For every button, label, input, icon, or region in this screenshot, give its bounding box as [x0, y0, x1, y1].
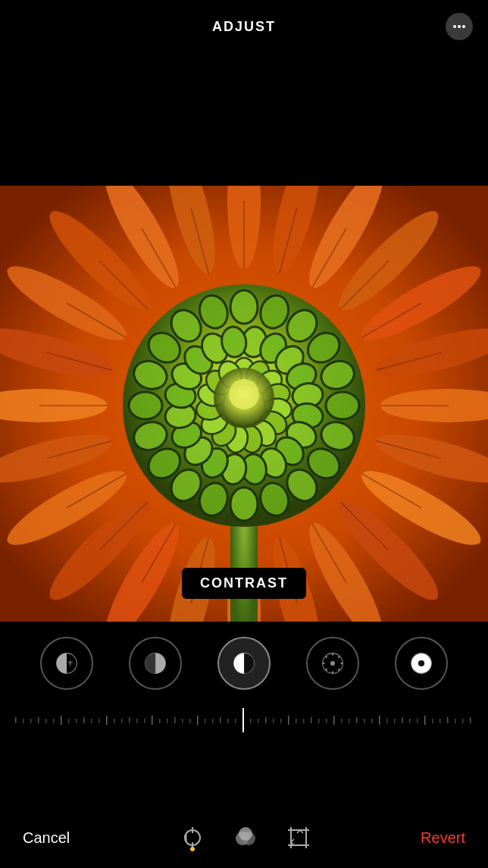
- color-icon-button[interactable]: [230, 823, 261, 853]
- svg-rect-133: [61, 716, 62, 725]
- svg-rect-157: [242, 708, 244, 732]
- svg-point-194: [239, 827, 252, 841]
- svg-rect-166: [311, 717, 312, 723]
- svg-rect-151: [197, 716, 199, 725]
- svg-point-115: [330, 661, 335, 666]
- svg-rect-137: [91, 719, 92, 723]
- svg-rect-140: [114, 719, 115, 723]
- svg-point-61: [230, 487, 258, 521]
- bottom-center-icons: [177, 823, 314, 853]
- svg-rect-134: [68, 719, 70, 723]
- color-icon: [232, 824, 259, 851]
- svg-point-66: [129, 392, 162, 419]
- flower-image: [0, 186, 488, 622]
- svg-point-118: [323, 663, 325, 665]
- svg-rect-182: [432, 719, 433, 723]
- svg-rect-139: [106, 716, 108, 725]
- svg-point-116: [331, 653, 333, 656]
- revert-button[interactable]: Revert: [421, 829, 465, 847]
- svg-rect-179: [409, 719, 411, 723]
- more-button[interactable]: [446, 13, 473, 40]
- contrast-label: CONTRAST: [182, 568, 306, 599]
- svg-rect-168: [326, 719, 327, 723]
- svg-rect-174: [371, 719, 373, 723]
- svg-rect-136: [83, 717, 85, 723]
- exposure-tool-button[interactable]: [40, 637, 93, 690]
- slider-track[interactable]: [15, 705, 473, 735]
- svg-rect-177: [394, 719, 396, 723]
- black-point-tool-button[interactable]: [395, 637, 448, 690]
- svg-rect-141: [121, 719, 123, 723]
- black-bar-top: [0, 53, 488, 186]
- svg-rect-144: [144, 719, 145, 723]
- svg-rect-128: [23, 719, 24, 723]
- svg-point-51: [230, 290, 258, 324]
- svg-rect-183: [440, 719, 441, 723]
- svg-rect-165: [303, 719, 305, 723]
- svg-rect-143: [136, 719, 138, 723]
- svg-point-191: [190, 847, 195, 851]
- svg-rect-164: [296, 719, 297, 723]
- svg-rect-152: [205, 719, 206, 723]
- svg-rect-184: [447, 717, 449, 723]
- contrast-tool-button[interactable]: [217, 637, 271, 690]
- image-area: CONTRAST: [0, 186, 488, 622]
- svg-rect-148: [174, 717, 176, 723]
- svg-rect-129: [30, 719, 32, 723]
- adjust-icon-button[interactable]: [177, 823, 208, 853]
- svg-rect-161: [273, 719, 274, 723]
- svg-rect-156: [235, 719, 236, 723]
- svg-rect-185: [455, 719, 456, 723]
- svg-rect-127: [15, 717, 17, 723]
- svg-rect-149: [182, 719, 183, 723]
- svg-rect-170: [341, 719, 343, 723]
- svg-point-107: [229, 379, 259, 409]
- svg-rect-158: [250, 719, 252, 723]
- svg-rect-173: [364, 719, 365, 723]
- svg-rect-159: [258, 719, 259, 723]
- svg-rect-187: [470, 717, 471, 723]
- svg-rect-162: [280, 719, 282, 723]
- svg-rect-153: [212, 719, 214, 723]
- page-title: ADJUST: [212, 19, 276, 35]
- crop-icon-button[interactable]: [283, 823, 314, 853]
- brightness-tool-button[interactable]: [306, 637, 359, 690]
- svg-rect-146: [159, 719, 161, 723]
- svg-rect-135: [76, 719, 77, 723]
- svg-point-126: [418, 660, 424, 666]
- svg-rect-138: [99, 719, 100, 723]
- svg-rect-142: [129, 717, 130, 723]
- brilliance-tool-button[interactable]: [129, 637, 182, 690]
- more-dots-icon: [453, 25, 465, 28]
- tick-marks-svg: [15, 705, 473, 735]
- svg-rect-155: [227, 719, 229, 723]
- svg-rect-180: [417, 719, 418, 723]
- svg-rect-145: [152, 716, 153, 725]
- svg-rect-167: [318, 719, 320, 723]
- svg-point-117: [331, 672, 333, 674]
- bottom-bar: Cancel: [0, 807, 488, 868]
- tools-row: [0, 622, 488, 697]
- svg-rect-171: [349, 719, 350, 723]
- svg-rect-150: [189, 719, 191, 723]
- svg-point-56: [326, 392, 359, 419]
- adjust-icon: [179, 824, 206, 851]
- svg-rect-181: [424, 716, 426, 725]
- svg-point-119: [340, 663, 343, 665]
- slider-area[interactable]: [0, 697, 488, 750]
- svg-rect-176: [386, 719, 388, 723]
- svg-rect-175: [379, 716, 380, 725]
- svg-rect-147: [167, 719, 168, 723]
- svg-rect-132: [53, 719, 55, 723]
- svg-rect-169: [333, 716, 335, 725]
- crop-icon: [285, 824, 312, 851]
- controls-area: [0, 622, 488, 796]
- cancel-button[interactable]: Cancel: [23, 829, 70, 847]
- svg-rect-178: [402, 717, 403, 723]
- svg-rect-130: [38, 717, 39, 723]
- svg-rect-160: [265, 717, 267, 723]
- svg-rect-186: [462, 719, 464, 723]
- svg-rect-131: [45, 719, 47, 723]
- svg-rect-172: [356, 717, 358, 723]
- header: ADJUST: [0, 0, 488, 53]
